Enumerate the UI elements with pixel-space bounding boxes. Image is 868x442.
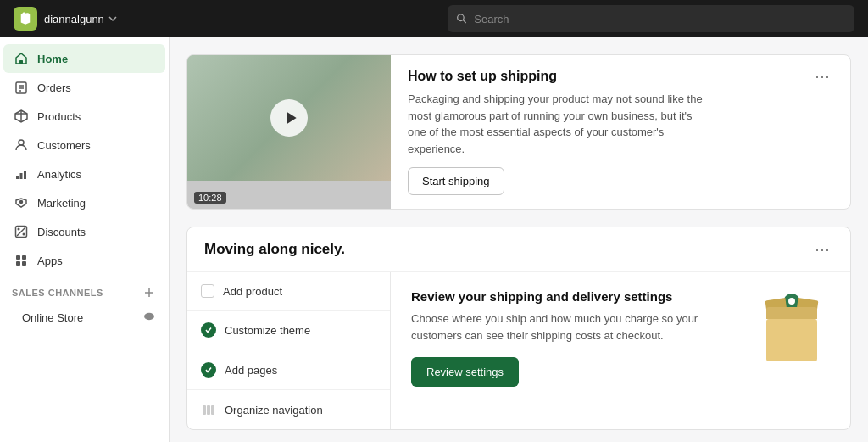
sidebar-item-analytics[interactable]: Analytics [3, 159, 165, 188]
sidebar-item-analytics-label: Analytics [37, 168, 81, 181]
svg-rect-22 [22, 261, 26, 266]
shopify-logo-icon [18, 11, 33, 26]
task-check-add-product [201, 284, 214, 298]
sidebar-item-products-label: Products [37, 110, 81, 123]
discounts-icon [14, 224, 29, 239]
svg-point-14 [20, 201, 23, 204]
shipping-detail-description: Choose where you ship and how much you c… [411, 311, 737, 344]
analytics-icon [14, 166, 29, 182]
svg-rect-19 [16, 255, 20, 260]
svg-line-1 [463, 20, 465, 23]
svg-rect-11 [16, 176, 19, 179]
video-duration: 10:28 [194, 192, 226, 204]
svg-rect-2 [19, 60, 23, 64]
topbar: diannalgunn [0, 0, 868, 37]
moving-card-header: Moving along nicely. ⋯ [187, 227, 850, 272]
svg-point-27 [147, 315, 151, 318]
svg-rect-13 [24, 171, 26, 179]
sidebar: Home Orders Products Customers [0, 37, 170, 442]
sidebar-item-apps[interactable]: Apps [3, 246, 165, 275]
svg-rect-12 [20, 173, 23, 179]
svg-point-16 [23, 233, 25, 236]
sidebar-item-orders[interactable]: Orders [3, 73, 165, 102]
task-check-add-pages [201, 362, 216, 378]
shipping-card-description: Packaging and shipping your product may … [408, 91, 713, 157]
checkmark-icon [204, 326, 213, 334]
location-pin-dot [788, 298, 795, 305]
video-background [187, 55, 391, 181]
task-check-customize-theme [201, 322, 216, 338]
svg-point-15 [18, 228, 20, 231]
task-check-organize-navigation [201, 402, 216, 417]
moving-card-body: Add product Customize theme [187, 272, 850, 429]
svg-rect-30 [207, 405, 210, 415]
products-icon [14, 109, 29, 124]
search-input[interactable] [474, 13, 846, 25]
orders-icon [14, 80, 29, 95]
add-sales-channel-button[interactable] [142, 285, 157, 300]
sidebar-item-products[interactable]: Products [3, 102, 165, 131]
start-shipping-button[interactable]: Start shipping [408, 167, 504, 195]
marketing-icon [14, 195, 29, 210]
task-item-organize-navigation[interactable]: Organize navigation [187, 390, 390, 429]
shipping-card-header: How to set up shipping ⋯ [408, 69, 833, 84]
sidebar-item-online-store[interactable]: Online Store [3, 304, 165, 332]
box-top [766, 307, 817, 319]
moving-card-more-button[interactable]: ⋯ [811, 242, 833, 257]
task-label-add-product: Add product [223, 285, 282, 298]
sales-channels-section: SALES CHANNELS [0, 275, 169, 304]
svg-rect-31 [211, 405, 214, 415]
play-button[interactable] [270, 99, 308, 137]
apps-icon [14, 253, 29, 268]
search-icon [456, 13, 467, 25]
task-item-customize-theme[interactable]: Customize theme [187, 311, 390, 350]
sidebar-item-orders-label: Orders [37, 81, 71, 94]
svg-rect-20 [22, 255, 26, 260]
online-store-left: Online Store [14, 311, 83, 324]
shipping-detail-title: Review your shipping and delivery settin… [411, 289, 737, 304]
shipping-card-title: How to set up shipping [408, 69, 557, 84]
svg-point-0 [458, 14, 465, 21]
review-settings-button[interactable]: Review settings [411, 357, 519, 387]
dropdown-icon [108, 14, 118, 24]
sidebar-item-customers-label: Customers [37, 139, 91, 152]
sidebar-item-home-label: Home [37, 53, 68, 65]
play-icon [284, 111, 298, 125]
online-store-label: Online Store [22, 311, 83, 324]
shipping-card-more-button[interactable]: ⋯ [811, 69, 833, 84]
sidebar-item-apps-label: Apps [37, 255, 63, 267]
customers-icon [14, 137, 29, 153]
shipping-detail-panel: Review your shipping and delivery settin… [391, 272, 850, 429]
svg-marker-28 [287, 112, 297, 123]
main-content: 10:28 How to set up shipping ⋯ Packaging… [170, 37, 868, 442]
task-item-add-product[interactable]: Add product [187, 272, 390, 311]
sidebar-item-customers[interactable]: Customers [3, 131, 165, 159]
app-layout: Home Orders Products Customers [0, 37, 868, 442]
shipping-info-panel: How to set up shipping ⋯ Packaging and s… [391, 55, 850, 209]
video-thumbnail[interactable]: 10:28 [187, 55, 391, 209]
sidebar-item-discounts[interactable]: Discounts [3, 217, 165, 246]
shopify-logo-area: diannalgunn [14, 7, 118, 31]
shipping-setup-card: 10:28 How to set up shipping ⋯ Packaging… [186, 54, 851, 210]
sidebar-item-marketing[interactable]: Marketing [3, 188, 165, 217]
svg-point-10 [19, 140, 24, 145]
checkmark-icon [204, 366, 213, 374]
task-label-organize-navigation: Organize navigation [225, 404, 323, 417]
online-store-visibility-icon[interactable] [143, 311, 155, 325]
task-list: Add product Customize theme [187, 272, 391, 429]
home-icon [14, 51, 29, 66]
sidebar-item-marketing-label: Marketing [37, 197, 86, 210]
box-body [766, 319, 817, 361]
search-bar[interactable] [448, 5, 854, 32]
box-illustration [758, 294, 826, 361]
svg-rect-29 [203, 405, 206, 415]
svg-rect-21 [16, 261, 20, 266]
shopify-logo [14, 7, 37, 31]
shipping-illustration [754, 289, 830, 366]
sidebar-item-home[interactable]: Home [3, 44, 165, 73]
task-item-add-pages[interactable]: Add pages [187, 350, 390, 390]
store-name-label[interactable]: diannalgunn [44, 13, 118, 25]
sidebar-item-discounts-label: Discounts [37, 226, 86, 238]
moving-along-card: Moving along nicely. ⋯ Add product [186, 227, 851, 430]
task-label-customize-theme: Customize theme [225, 324, 310, 337]
